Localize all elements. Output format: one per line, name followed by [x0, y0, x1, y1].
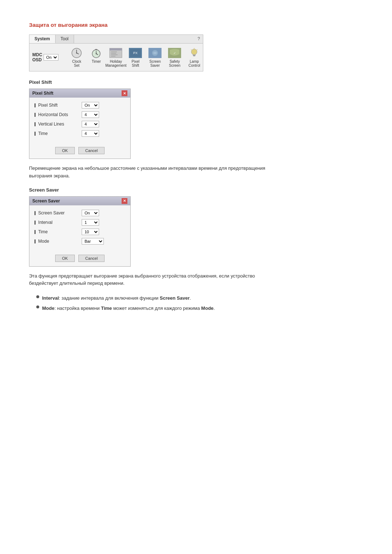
bullet-dot-0 [36, 295, 39, 298]
svg-text:PX: PX [133, 51, 138, 55]
safety-screen-icon: ✓ [168, 47, 181, 59]
pixel-shift-label-3: Time [34, 131, 82, 136]
svg-line-28 [191, 49, 192, 50]
screen-saver-titlebar: Screen Saver ✕ [29, 197, 130, 205]
toolbar-body: MDC OSD On Off ClockSet [29, 44, 203, 71]
bullet-highlight-0: Screen Saver [160, 295, 189, 301]
bullet-prefix-0: Interval [42, 295, 59, 301]
pixel-shift-titlebar: Pixel Shift ✕ [29, 89, 130, 98]
toolbar-item-screen-saver[interactable]: ScreenSaver [146, 46, 164, 69]
timer-label: Timer [92, 59, 101, 63]
pixel-shift-icon: PX [128, 47, 142, 59]
bullet-highlight-1: Time [101, 305, 112, 311]
screen-saver-label-3: Mode [34, 239, 82, 244]
pixel-shift-body: Pixel Shift OnOff Horizontal Dots 4123 V… [29, 98, 130, 144]
pixel-shift-label-0: Pixel Shift [34, 103, 82, 108]
pixel-shift-select-3[interactable]: 4123 [82, 130, 99, 137]
toolbar-item-clock-set[interactable]: ClockSet [67, 46, 86, 69]
pixel-shift-label: PixelShift [131, 59, 139, 67]
svg-point-9 [96, 53, 97, 54]
row-bar [34, 239, 36, 243]
bullet-prefix-1: Mode [42, 305, 54, 311]
bullet-item-1: Mode: настройка времени Time может измен… [36, 305, 363, 312]
pixel-shift-select-0[interactable]: OnOff [82, 102, 99, 108]
screen-saver-ok-button[interactable]: OK [55, 255, 75, 262]
row-bar [34, 221, 36, 225]
svg-rect-11 [110, 48, 122, 50]
toolbar-item-pixel-shift[interactable]: PX PixelShift [126, 46, 145, 69]
pixel-shift-dialog-title: Pixel Shift [32, 91, 53, 96]
svg-text:✓: ✓ [173, 52, 176, 55]
screen-saver-row-0: Screen Saver OnOff [34, 210, 125, 216]
lamp-control-label: LampControl [188, 59, 200, 67]
bullet-suffix-1: может изменяться для каждого режима [112, 305, 201, 311]
screen-saver-dialog: Screen Saver ✕ Screen Saver OnOff Interv… [29, 196, 131, 267]
pixel-shift-label-1: Horizontal Dots [34, 112, 82, 117]
screen-saver-label: ScreenSaver [149, 59, 161, 67]
bullet-text-1: Mode: настройка времени Time может измен… [42, 305, 215, 312]
toolbar-item-timer[interactable]: Timer [87, 46, 106, 69]
screen-saver-label-2: Time [34, 229, 82, 234]
toolbar-item-safety-screen[interactable]: ✓ SafetyScreen [165, 46, 184, 69]
screen-saver-cancel-button[interactable]: Cancel [78, 255, 105, 262]
svg-point-3 [76, 53, 77, 54]
bullet-text-1-main: : настройка времени [54, 305, 101, 311]
row-bar [34, 122, 36, 126]
pixel-shift-dialog: Pixel Shift ✕ Pixel Shift OnOff Horizont… [29, 89, 131, 159]
pixel-shift-section-title: Pixel Shift [29, 79, 363, 85]
screen-saver-dialog-title: Screen Saver [32, 198, 60, 204]
screen-saver-icon [148, 47, 162, 59]
clock-icon [70, 47, 83, 59]
row-bar [34, 113, 36, 117]
lamp-control-icon [187, 47, 201, 59]
screen-saver-label-1: Interval [34, 220, 82, 225]
safety-screen-label: SafetyScreen [169, 59, 180, 67]
svg-rect-25 [193, 56, 195, 56]
row-bar [34, 132, 36, 136]
page-title: Защита от выгорания экрана [29, 22, 363, 28]
bullet-text-0: Interval: задание интервала для включени… [42, 295, 191, 302]
screen-saver-row-3: Mode BarEraserPixel [34, 238, 125, 245]
pixel-shift-description: Перемещение экрана на небольшое расстоян… [29, 165, 276, 180]
row-bar [34, 103, 36, 107]
clock-set-label: ClockSet [72, 59, 81, 67]
bullet-text-0-main: : задание интервала для включения функци… [59, 295, 160, 301]
bullet-suffix-0: . [190, 295, 191, 301]
screen-saver-select-0[interactable]: OnOff [82, 210, 99, 216]
toolbar-item-holiday[interactable]: HolidayManagement [106, 46, 125, 69]
toolbar-panel: System Tool ? MDC OSD On Off [29, 34, 203, 71]
pixel-shift-cancel-button[interactable]: Cancel [78, 147, 105, 154]
screen-saver-footer: OK Cancel [29, 252, 130, 266]
mdc-osd-select[interactable]: On Off [44, 54, 58, 61]
pixel-shift-close-button[interactable]: ✕ [122, 90, 127, 96]
timer-icon [89, 47, 103, 59]
screen-saver-row-1: Interval 123 [34, 219, 125, 226]
tab-system[interactable]: System [29, 35, 56, 43]
bullet-list: Interval: задание интервала для включени… [36, 295, 363, 312]
row-bar [34, 230, 36, 234]
toolbar-item-lamp-control[interactable]: LampControl [185, 46, 204, 69]
pixel-shift-ok-button[interactable]: OK [55, 147, 75, 154]
screen-saver-select-3[interactable]: BarEraserPixel [82, 238, 104, 245]
pixel-shift-label-2: Vertical Lines [34, 122, 82, 127]
bullet-dot-1 [36, 305, 39, 308]
toolbar-tabs: System Tool ? [29, 35, 203, 44]
screen-saver-row-2: Time 10515 [34, 229, 125, 235]
mdc-osd-label: MDC OSD [32, 52, 42, 62]
help-button[interactable]: ? [195, 35, 203, 43]
screen-saver-description: Эта функция предотвращает выгорание экра… [29, 272, 276, 288]
pixel-shift-row-2: Vertical Lines 4123 [34, 121, 125, 127]
holiday-label: HolidayManagement [105, 59, 126, 67]
screen-saver-select-2[interactable]: 10515 [82, 229, 99, 235]
pixel-shift-select-1[interactable]: 4123 [82, 111, 99, 118]
screen-saver-select-1[interactable]: 123 [82, 219, 99, 226]
toolbar-items: ClockSet Timer [67, 46, 204, 69]
bullet-end-1: . [213, 305, 215, 311]
svg-rect-24 [193, 54, 196, 56]
pixel-shift-row-1: Horizontal Dots 4123 [34, 111, 125, 118]
tab-tool[interactable]: Tool [56, 35, 74, 43]
pixel-shift-select-2[interactable]: 4123 [82, 121, 99, 127]
bullet-item-0: Interval: задание интервала для включени… [36, 295, 363, 302]
screen-saver-close-button[interactable]: ✕ [122, 198, 127, 204]
holiday-icon [109, 47, 123, 59]
